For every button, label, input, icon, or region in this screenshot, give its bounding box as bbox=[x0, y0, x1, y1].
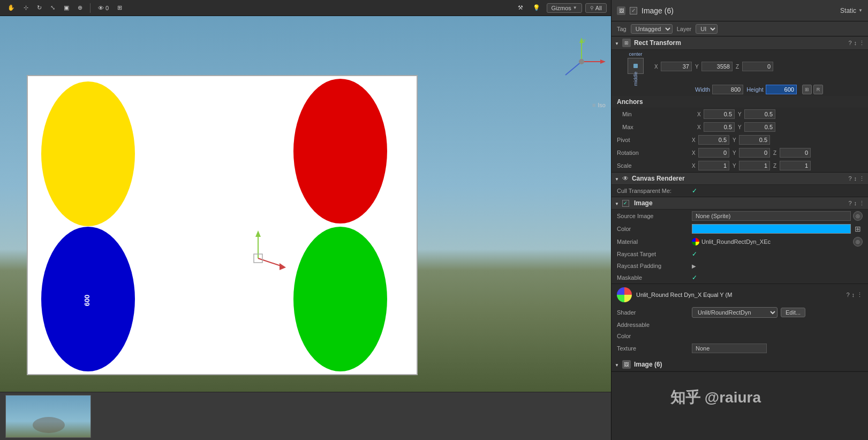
all-button[interactable]: ⚲ All bbox=[585, 3, 607, 13]
none-sprite-field: None (Sprite) bbox=[692, 211, 851, 221]
shader-edit-btn[interactable]: Edit... bbox=[781, 308, 805, 317]
max-y-input[interactable] bbox=[744, 122, 775, 132]
canvas-renderer-icons: ? ↕ ⋮ bbox=[848, 175, 865, 182]
lighting-toggle[interactable]: 💡 bbox=[530, 3, 544, 12]
maskable-checkmark[interactable]: ✓ bbox=[692, 274, 697, 281]
rect-transform-section: ⊞ Rect Transform ? ↕ ⋮ center middle X bbox=[612, 36, 868, 173]
constrain-proportions-btn[interactable]: ⊞ bbox=[802, 85, 812, 94]
shader-options-icon[interactable]: ⋮ bbox=[857, 292, 863, 299]
rot-x-input[interactable] bbox=[698, 148, 729, 158]
min-label: Min bbox=[622, 111, 697, 117]
layout-toggle[interactable]: ⊞ bbox=[114, 3, 125, 12]
shader-question-icon[interactable]: ? bbox=[846, 292, 849, 299]
max-x-letter: X bbox=[697, 124, 703, 130]
tool-rect[interactable]: ▣ bbox=[61, 3, 72, 12]
rot-x-coord: X bbox=[692, 148, 729, 158]
max-values: X Y bbox=[697, 122, 863, 132]
image-question-icon[interactable]: ? bbox=[848, 200, 851, 207]
pivot-x-input[interactable] bbox=[698, 135, 729, 145]
tool-rotate[interactable]: ↻ bbox=[34, 3, 45, 12]
pos-x-coord: X bbox=[654, 62, 692, 71]
rect-options-icon[interactable]: ⋮ bbox=[859, 40, 865, 47]
rect-menu-icon[interactable]: ↕ bbox=[854, 40, 857, 47]
gizmos-button[interactable]: Gizmos ▼ bbox=[547, 3, 582, 13]
tool-hand[interactable]: ✋ bbox=[4, 3, 18, 12]
pivot-values: X Y bbox=[692, 135, 863, 145]
min-y-input[interactable] bbox=[744, 109, 775, 119]
min-x-input[interactable] bbox=[704, 109, 735, 119]
color-field: ⊞ bbox=[692, 224, 863, 234]
tool-scale[interactable]: ⤡ bbox=[47, 3, 58, 12]
material-picker-btn[interactable]: ◎ bbox=[853, 237, 863, 247]
tag-dropdown[interactable]: Untagged bbox=[631, 24, 673, 34]
layer-dropdown[interactable]: UI bbox=[696, 24, 718, 34]
component-icon-image: 🖼 bbox=[617, 6, 625, 15]
svg-marker-10 bbox=[280, 263, 286, 270]
bottom-image-icon: 🖼 bbox=[622, 360, 631, 369]
height-input[interactable] bbox=[766, 85, 797, 94]
color-swatch[interactable] bbox=[692, 224, 851, 234]
shader-menu-icon[interactable]: ↕ bbox=[852, 292, 855, 299]
canvas-menu-icon[interactable]: ↕ bbox=[854, 175, 857, 182]
color-picker-icon[interactable]: ⊞ bbox=[853, 225, 863, 233]
scale-z-input[interactable] bbox=[780, 161, 811, 170]
image-enabled-checkbox[interactable]: ✓ bbox=[622, 200, 629, 207]
scale-x-input[interactable] bbox=[698, 161, 729, 170]
maskable-row: Maskable ✓ bbox=[612, 272, 868, 284]
shader-dropdown[interactable]: Unlit/RoundRectDyn bbox=[692, 307, 778, 318]
material-label: Material bbox=[617, 238, 692, 245]
gizmos-arrow: ▼ bbox=[573, 5, 577, 10]
static-badge[interactable]: Static ▼ bbox=[840, 7, 863, 14]
maskable-label: Maskable bbox=[617, 274, 692, 281]
canvas-options-icon[interactable]: ⋮ bbox=[859, 175, 865, 182]
active-checkbox[interactable]: ✓ bbox=[630, 7, 637, 14]
canvas-renderer-eye[interactable] bbox=[622, 175, 629, 182]
cull-checkmark[interactable]: ✓ bbox=[692, 187, 697, 195]
scale-y-input[interactable] bbox=[739, 161, 770, 170]
static-label: Static bbox=[840, 7, 856, 14]
rotation-values: X Y Z bbox=[692, 148, 863, 158]
width-input[interactable] bbox=[712, 85, 743, 94]
visibility-toggle[interactable]: 👁 0 bbox=[95, 4, 112, 12]
image-header[interactable]: ✓ Image ? ↕ ⋮ bbox=[612, 197, 868, 210]
question-icon[interactable]: ? bbox=[848, 40, 851, 47]
pos-x-input[interactable] bbox=[661, 62, 692, 71]
shader-title: Unlit_Round Rect Dyn_X Equal Y (M bbox=[636, 292, 842, 298]
rect-transform-header[interactable]: ⊞ Rect Transform ? ↕ ⋮ bbox=[612, 36, 868, 50]
pivot-y-input[interactable] bbox=[739, 135, 770, 145]
2d-toggle[interactable]: ⚒ bbox=[515, 3, 526, 12]
scale-y-coord: Y bbox=[733, 161, 770, 170]
material-field: Unlit_RoundRectDyn_XEc ◎ bbox=[692, 237, 863, 247]
pos-z-input[interactable] bbox=[742, 62, 773, 71]
rot-z-input[interactable] bbox=[780, 148, 811, 158]
shader-color-row: Color bbox=[612, 330, 868, 342]
canvas-renderer-header[interactable]: Canvas Renderer ? ↕ ⋮ bbox=[612, 173, 868, 185]
pivot-row: Pivot X Y bbox=[612, 133, 868, 146]
pos-xyz-row: center middle X Y Z bbox=[612, 50, 868, 83]
texture-label: Texture bbox=[617, 345, 692, 352]
tag-label: Tag bbox=[617, 26, 627, 32]
reset-btn[interactable]: R bbox=[813, 85, 823, 94]
image-options-icon[interactable]: ⋮ bbox=[859, 200, 865, 207]
max-x-input[interactable] bbox=[704, 122, 735, 132]
canvas-renderer-arrow bbox=[615, 175, 619, 182]
iso-text: Iso bbox=[598, 102, 606, 108]
raycast-target-checkmark[interactable]: ✓ bbox=[692, 250, 697, 258]
layer-label: Layer bbox=[677, 26, 692, 32]
image-section: ✓ Image ? ↕ ⋮ Source Image None (Sprite)… bbox=[612, 197, 868, 284]
image-title: Image bbox=[634, 199, 845, 207]
orientation-gizmo[interactable]: y bbox=[557, 38, 606, 102]
color-label: Color bbox=[617, 226, 692, 232]
rot-y-input[interactable] bbox=[739, 148, 770, 158]
pos-y-input[interactable] bbox=[701, 62, 733, 71]
max-label: Max bbox=[622, 124, 697, 130]
tool-move[interactable]: ⊹ bbox=[20, 3, 32, 12]
canvas-question-icon[interactable]: ? bbox=[848, 175, 851, 182]
bottom-image-header[interactable]: 🖼 Image (6) bbox=[612, 358, 868, 371]
tool-transform[interactable]: ⊕ bbox=[74, 3, 86, 12]
image-menu-icon[interactable]: ↕ bbox=[854, 200, 857, 207]
width-label: Width bbox=[695, 86, 710, 93]
raycast-padding-arrow[interactable]: ▶ bbox=[692, 263, 696, 269]
source-image-picker-btn[interactable]: ◎ bbox=[853, 211, 863, 221]
min-x-coord: X bbox=[697, 109, 735, 119]
